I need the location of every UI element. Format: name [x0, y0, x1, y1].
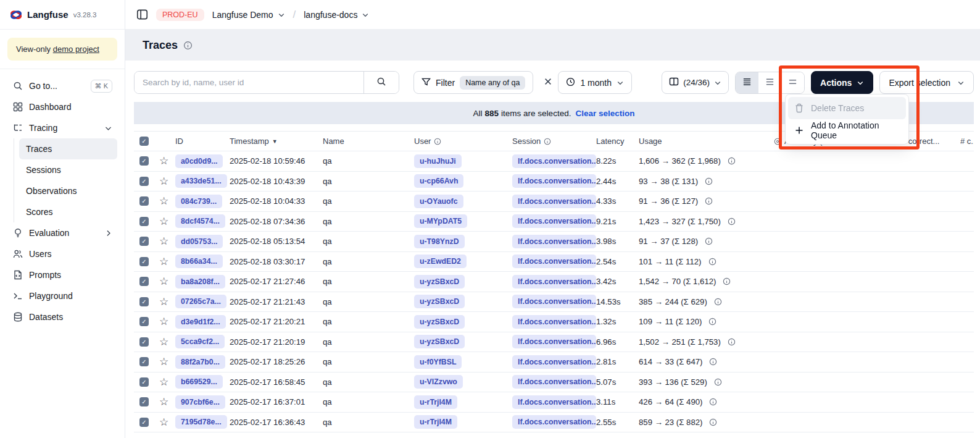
user-badge[interactable]: u-rTrjI4M — [414, 415, 457, 429]
star-icon[interactable]: ☆ — [159, 397, 168, 407]
trace-id-badge[interactable]: d3e9d1f2... — [175, 315, 226, 329]
info-icon[interactable] — [705, 177, 713, 185]
star-icon[interactable]: ☆ — [159, 337, 168, 347]
info-icon[interactable] — [728, 217, 736, 225]
info-icon[interactable] — [723, 277, 731, 285]
sidebar-item-tracing[interactable]: Tracing — [7, 117, 117, 138]
actions-button[interactable]: Actions — [811, 71, 873, 94]
session-badge[interactable]: lf.docs.conversation... — [512, 255, 596, 268]
session-badge[interactable]: lf.docs.conversation... — [512, 415, 596, 429]
project-switcher[interactable]: langfuse-docs — [304, 10, 369, 20]
star-icon[interactable]: ☆ — [159, 236, 168, 246]
filter-chip[interactable]: Name any of qa — [460, 76, 525, 90]
col-header-usage[interactable]: Usage — [639, 137, 771, 146]
row-checkbox[interactable]: ✓ — [139, 418, 149, 427]
session-badge[interactable]: lf.docs.conversation... — [512, 295, 596, 308]
session-badge[interactable]: lf.docs.conversation... — [512, 174, 596, 188]
menu-item-add-to-annotation-queue[interactable]: Add to Annotation Queue — [788, 119, 906, 141]
trace-id-badge[interactable]: ba8a208f... — [175, 275, 225, 288]
row-checkbox[interactable]: ✓ — [139, 317, 149, 326]
sidebar-item-users[interactable]: Users — [7, 243, 117, 264]
session-badge[interactable]: lf.docs.conversation... — [512, 355, 596, 369]
trace-id-badge[interactable]: 084c739... — [175, 195, 222, 208]
session-badge[interactable]: lf.docs.conversation... — [512, 275, 596, 288]
column-visibility-button[interactable]: (24/36) — [662, 71, 729, 94]
session-badge[interactable]: lf.docs.conversation... — [512, 375, 596, 389]
info-icon[interactable] — [714, 378, 722, 386]
info-icon[interactable] — [709, 398, 717, 406]
star-icon[interactable]: ☆ — [159, 276, 168, 287]
star-icon[interactable]: ☆ — [159, 256, 168, 267]
col-header-truncated[interactable]: # c... — [960, 137, 974, 146]
clear-filter-button[interactable] — [544, 77, 552, 88]
search-input[interactable] — [135, 72, 363, 93]
page-info-icon[interactable] — [183, 41, 193, 50]
session-badge[interactable]: lf.docs.conversation... — [512, 235, 596, 248]
row-height-small-button[interactable] — [736, 72, 758, 93]
export-selection-button[interactable]: Export selection — [879, 71, 974, 94]
col-header-latency[interactable]: Latency — [596, 137, 639, 146]
col-header-user[interactable]: User — [414, 137, 512, 146]
star-icon[interactable]: ☆ — [159, 196, 168, 206]
table-row[interactable]: ✓☆b669529...2025-02-17 16:58:45qau-VIZzv… — [134, 373, 974, 393]
session-badge[interactable]: lf.docs.conversation... — [512, 154, 596, 168]
info-icon[interactable] — [705, 237, 713, 245]
table-row[interactable]: ✓☆d3e9d1f2...2025-02-17 21:20:21qau-yzSB… — [134, 312, 974, 332]
row-checkbox[interactable]: ✓ — [139, 177, 149, 186]
info-icon[interactable] — [714, 298, 722, 306]
row-checkbox[interactable]: ✓ — [139, 156, 149, 166]
session-badge[interactable]: lf.docs.conversation... — [512, 214, 596, 228]
user-badge[interactable]: u-yzSBxcD — [414, 315, 465, 329]
user-badge[interactable]: u-rTrjI4M — [414, 395, 457, 409]
toggle-sidebar-button[interactable] — [136, 9, 148, 20]
table-row[interactable]: ✓☆ba8a208f...2025-02-17 21:27:46qau-yzSB… — [134, 272, 974, 292]
trace-id-badge[interactable]: 5cca9cf2... — [175, 335, 225, 348]
info-icon[interactable] — [728, 157, 736, 165]
session-badge[interactable]: lf.docs.conversation... — [512, 315, 596, 329]
col-header-id[interactable]: ID — [175, 137, 230, 146]
user-badge[interactable]: u-yzSBxcD — [414, 335, 465, 348]
info-icon[interactable] — [544, 138, 551, 145]
row-checkbox[interactable]: ✓ — [139, 277, 149, 286]
table-row[interactable]: ✓☆8dcf4574...2025-02-18 07:34:36qau-MYpD… — [134, 212, 974, 232]
row-checkbox[interactable]: ✓ — [139, 337, 149, 347]
search-button[interactable] — [363, 72, 399, 93]
user-badge[interactable]: u-T98YnzD — [414, 235, 465, 248]
star-icon[interactable]: ☆ — [159, 377, 168, 387]
organization-switcher[interactable]: Langfuse Demo — [212, 10, 285, 20]
table-row[interactable]: ✓☆907cbf6e...2025-02-17 16:37:01qau-rTrj… — [134, 392, 974, 413]
col-header-name[interactable]: Name — [323, 137, 414, 146]
user-badge[interactable]: u-f0YfBSL — [414, 355, 462, 369]
row-checkbox[interactable]: ✓ — [139, 377, 149, 387]
star-icon[interactable]: ☆ — [159, 297, 168, 307]
star-icon[interactable]: ☆ — [159, 316, 168, 327]
sidebar-item-sessions[interactable]: Sessions — [14, 159, 117, 180]
info-icon[interactable] — [708, 258, 716, 266]
user-badge[interactable]: u-MYpDAT5 — [414, 214, 467, 228]
trace-id-badge[interactable]: 8b66a34... — [175, 255, 223, 268]
star-icon[interactable]: ☆ — [159, 356, 168, 367]
table-row[interactable]: ✓☆7195d78e...2025-02-17 16:36:43qau-rTrj… — [134, 413, 974, 433]
sidebar-item-go-to[interactable]: Go to...⌘ K — [7, 75, 117, 96]
table-row[interactable]: ✓☆084c739...2025-02-18 10:04:33qau-OYauo… — [134, 192, 974, 212]
row-checkbox[interactable]: ✓ — [139, 196, 149, 206]
info-icon[interactable] — [709, 358, 717, 366]
session-badge[interactable]: lf.docs.conversation... — [512, 395, 596, 409]
trace-id-badge[interactable]: 7195d78e... — [175, 415, 227, 429]
trace-id-badge[interactable]: a0cd0d9... — [175, 154, 223, 168]
col-header-session[interactable]: Session — [512, 137, 596, 146]
user-badge[interactable]: u-zEwdED2 — [414, 255, 467, 268]
table-row[interactable]: ✓☆5cca9cf2...2025-02-17 21:20:19qau-yzSB… — [134, 332, 974, 353]
row-checkbox[interactable]: ✓ — [139, 297, 149, 306]
star-icon[interactable]: ☆ — [159, 417, 168, 427]
sidebar-item-playground[interactable]: Playground — [7, 285, 117, 306]
table-row[interactable]: ✓☆07265c7a...2025-02-17 21:21:43qau-yzSB… — [134, 292, 974, 313]
sidebar-item-observations[interactable]: Observations — [14, 180, 117, 201]
sidebar-item-dashboard[interactable]: Dashboard — [7, 96, 117, 117]
row-height-large-button[interactable] — [781, 72, 804, 93]
table-row[interactable]: ✓☆dd05753...2025-02-18 05:13:54qau-T98Yn… — [134, 232, 974, 252]
sidebar-item-datasets[interactable]: Datasets — [7, 306, 117, 327]
row-checkbox[interactable]: ✓ — [139, 257, 149, 266]
menu-item-delete-traces[interactable]: Delete Traces — [788, 97, 906, 119]
info-icon[interactable] — [705, 197, 713, 205]
